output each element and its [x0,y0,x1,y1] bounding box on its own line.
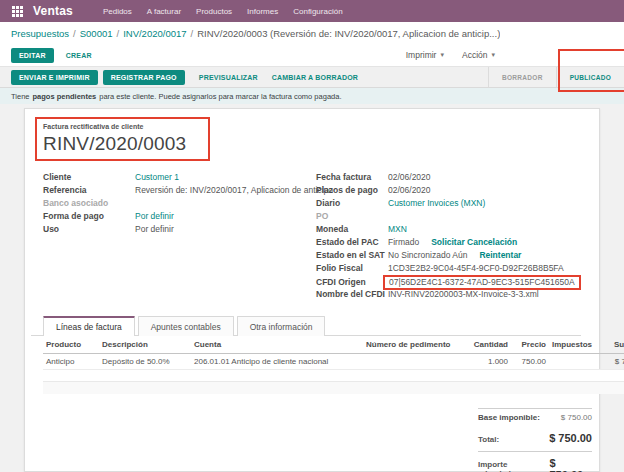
reset-to-draft-button[interactable]: CAMBIAR A BORRADOR [272,74,358,81]
menu-pedidos[interactable]: Pedidos [103,7,132,16]
field-label: Fecha factura [316,171,388,184]
col-header-impuestos[interactable]: Impuestos [549,336,593,354]
field-value: INV-RINV20200003-MX-Invoice-3-3.xml [388,288,539,301]
totals-section: Base imponible: $ 750.00 Total: $ 750.00… [43,408,592,472]
currency-link[interactable]: MXN [388,223,407,236]
breadcrumb-separator: / [73,28,76,39]
col-header-producto[interactable]: Producto [43,336,99,354]
cell-descripcion: Depósito de 50.0% [99,354,191,370]
breadcrumb-presupuestos[interactable]: Presupuestos [11,28,69,39]
field-label: Folio Fiscal [316,262,388,275]
retry-link[interactable]: Reintentar [479,249,521,262]
field-label: Estado en el SAT [316,249,388,262]
breadcrumb-inv-2020-0017[interactable]: INV/2020/0017 [123,28,186,39]
field-value: 02/06/2020 [388,171,431,184]
preview-button[interactable]: PREVISUALIZAR [199,74,258,81]
field-label: Nombre del CFDI [316,288,388,301]
chevron-down-icon: ▾ [440,51,444,59]
field-referencia: Referencia Reversión de: INV/2020/0017, … [43,184,293,197]
cell-cantidad: 1.000 [467,354,511,370]
total-row: Total: $ 750.00 [478,426,592,448]
menu-a-facturar[interactable]: A facturar [147,7,181,16]
invoice-sheet: Factura rectificativa de cliente RINV/20… [24,108,600,472]
empty-row [43,370,624,382]
field-label: Uso [43,223,135,236]
field-label: PO [316,210,388,223]
field-label: Diario [316,197,388,210]
empty-row [43,382,624,394]
request-cancellation-link[interactable]: Solicitar Cancelación [431,236,517,249]
create-button[interactable]: CREAR [66,52,92,59]
register-payment-button[interactable]: REGISTRAR PAGO [103,70,185,85]
field-group-right: Fecha factura 02/06/2020 Plazos de pago … [316,171,581,301]
amount-due-value: $ 750.00 [549,457,592,472]
field-estado-en-el-sat: Estado en el SAT No Sincronizado Aún Rei… [316,249,581,262]
field-label: Banco asociado [43,197,135,210]
untaxed-amount-label: Base imponible: [478,413,540,422]
cell-numero-de-pedimento [363,354,467,370]
field-cliente: Cliente Customer 1 [43,171,293,184]
field-groups: Cliente Customer 1 Referencia Reversión … [43,171,581,301]
edit-button[interactable]: EDITAR [11,48,54,63]
field-estado-del-pac: Estado del PAC Firmado Solicitar Cancela… [316,236,581,249]
cell-impuestos [549,354,593,370]
field-value: 1CD3E2B2-9C04-45F4-9CF0-D92F26B8B5FA [388,262,564,275]
app-menu-ventas[interactable]: Ventas [33,4,73,18]
field-value: Por definir [135,223,174,236]
apps-grid-icon[interactable] [12,6,23,17]
field-value: Firmado [388,236,419,249]
print-dropdown-label: Imprimir [406,50,437,60]
breadcrumb-s00001[interactable]: S00001 [80,28,113,39]
field-value: No Sincronizado Aún [388,249,467,262]
breadcrumb: Presupuestos / S00001 / INV/2020/0017 / … [0,22,624,44]
field-po: PO [316,210,581,223]
tab-lineas-de-factura[interactable]: Líneas de factura [43,316,135,336]
breadcrumb-separator: / [117,28,120,39]
field-value: Reversión de: INV/2020/0017, Aplicacion … [135,184,333,197]
send-print-button[interactable]: ENVIAR E IMPRIMIR [11,70,98,85]
action-dropdown[interactable]: Acción ▾ [462,50,495,60]
menu-productos[interactable]: Productos [196,7,232,16]
field-forma-de-pago: Forma de pago Por definir [43,210,293,223]
status-publicado[interactable]: PUBLICADO [556,67,624,87]
status-borrador[interactable]: BORRADOR [488,67,556,87]
col-header-precio[interactable]: Precio [511,336,549,354]
cell-producto: Anticipo [43,354,99,370]
field-label: Plazos de pago [316,184,388,197]
invoice-number: RINV/2020/0003 [43,133,186,155]
tab-otra-informacion[interactable]: Otra información [237,316,326,336]
warning-text: Tiene [11,92,29,101]
menu-informes[interactable]: Informes [247,7,278,16]
cell-cuenta: 206.01.01 Anticipo de cliente nacional [191,354,363,370]
field-fecha-factura: Fecha factura 02/06/2020 [316,171,581,184]
status-publicado-label: PUBLICADO [570,74,611,81]
total-label: Total: [478,435,499,444]
col-header-numero-de-pedimento[interactable]: Número de pedimento [363,336,467,354]
col-header-descripcion[interactable]: Descripción [99,336,191,354]
notebook-tabs: Líneas de factura Apuntes contables Otra… [31,315,581,336]
col-header-subtotal[interactable]: Subtotal [593,336,624,354]
menu-configuracion[interactable]: Configuración [293,7,342,16]
journal-link[interactable]: Customer Invoices (MXN) [388,197,485,210]
field-label: Referencia [43,184,135,197]
payment-way-link[interactable]: Por definir [135,210,174,223]
print-dropdown[interactable]: Imprimir ▾ [406,50,444,60]
field-group-left: Cliente Customer 1 Referencia Reversión … [43,171,293,301]
invoice-lines-table: Producto Descripción Cuenta Número de pe… [43,336,624,394]
customer-link[interactable]: Customer 1 [135,171,179,184]
col-header-cantidad[interactable]: Cantidad [467,336,511,354]
form-statusbar: ENVIAR E IMPRIMIR REGISTRAR PAGO PREVISU… [0,66,624,88]
odoo-window: Ventas Pedidos A facturar Productos Info… [0,0,624,472]
tab-apuntes-contables[interactable]: Apuntes contables [138,316,234,336]
amount-due-row: Importe adeudado: $ 750.00 [478,451,592,472]
cell-subtotal: $ 750.00 [593,354,624,370]
chevron-down-icon: ▾ [491,51,495,59]
untaxed-amount-row: Base imponible: $ 750.00 [478,408,592,426]
invoice-line-row[interactable]: Anticipo Depósito de 50.0% 206.01.01 Ant… [43,354,624,370]
field-value: 02/06/2020 [388,184,431,197]
field-plazos-de-pago: Plazos de pago 02/06/2020 [316,184,581,197]
action-dropdown-label: Acción [462,50,488,60]
col-header-cuenta[interactable]: Cuenta [191,336,363,354]
untaxed-amount-value: $ 750.00 [561,413,592,422]
pending-payments-warning: Tiene pagos pendientes para este cliente… [0,88,624,104]
